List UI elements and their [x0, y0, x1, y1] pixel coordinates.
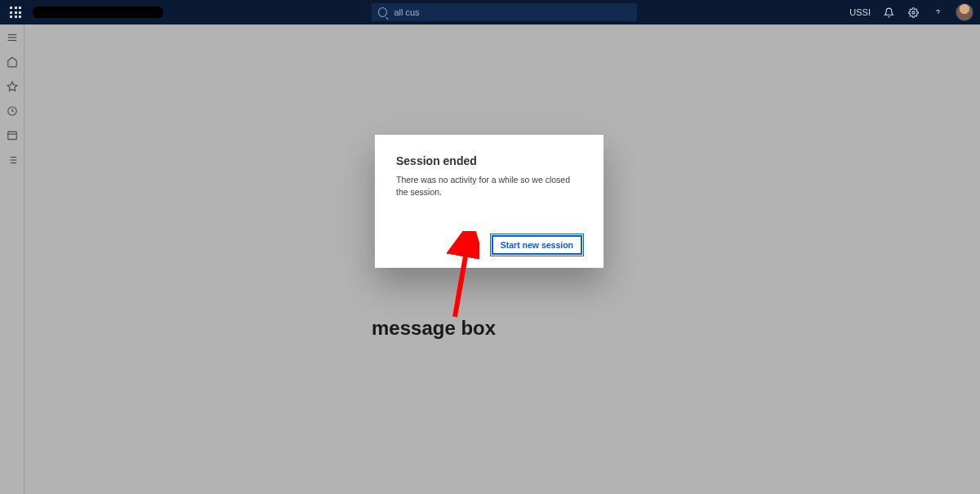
top-navbar: USSI	[0, 0, 980, 24]
global-search[interactable]	[372, 3, 637, 21]
annotation-label: message box	[372, 317, 496, 340]
home-icon[interactable]	[6, 56, 19, 69]
session-ended-dialog: Session ended There was no activity for …	[375, 135, 604, 268]
topbar-right-tools: USSI	[849, 0, 973, 24]
dialog-actions: Start new session	[396, 235, 582, 255]
favorites-star-icon[interactable]	[6, 80, 19, 93]
search-icon	[378, 7, 387, 17]
recent-clock-icon[interactable]	[6, 105, 19, 118]
svg-point-0	[911, 11, 914, 13]
search-input[interactable]	[394, 7, 630, 17]
app-launcher-icon[interactable]	[8, 5, 23, 20]
settings-icon[interactable]	[906, 6, 920, 19]
user-avatar[interactable]	[956, 3, 973, 21]
hamburger-menu-icon[interactable]	[6, 31, 19, 44]
svg-marker-5	[7, 82, 17, 91]
start-new-session-button[interactable]: Start new session	[492, 235, 582, 255]
modules-list-icon[interactable]	[6, 154, 19, 167]
workspaces-icon[interactable]	[6, 129, 19, 142]
company-picker[interactable]: USSI	[849, 7, 871, 17]
dialog-message: There was no activity for a while so we …	[396, 174, 582, 198]
brand-logo-redacted	[33, 7, 163, 18]
svg-rect-7	[7, 131, 16, 139]
dialog-title: Session ended	[396, 154, 582, 167]
notifications-icon[interactable]	[882, 6, 895, 19]
help-icon[interactable]	[931, 6, 944, 19]
left-nav-rail	[0, 24, 24, 494]
